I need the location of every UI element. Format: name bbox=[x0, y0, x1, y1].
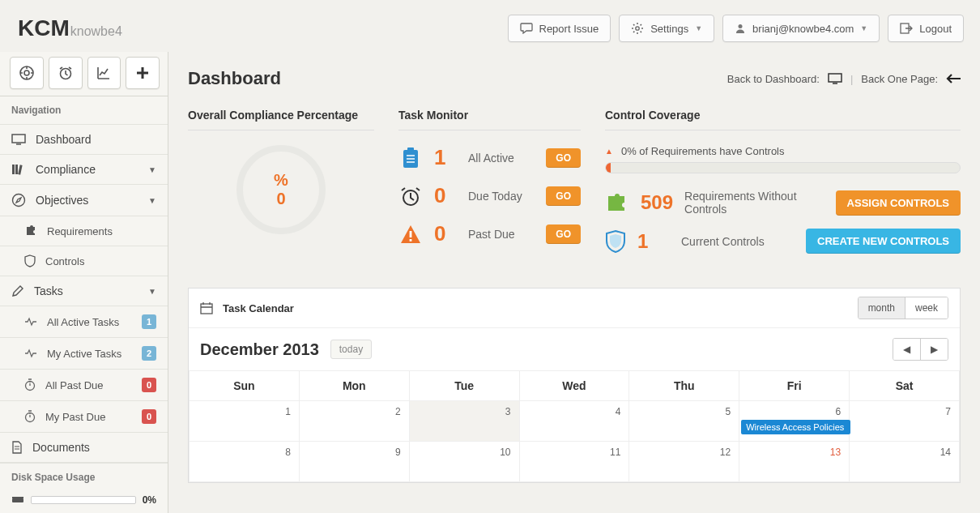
day-header: Sun bbox=[190, 371, 300, 401]
cal-prev-button[interactable]: ◀ bbox=[893, 339, 920, 360]
logo: KCMknowbe4 bbox=[18, 15, 122, 41]
day-header: Thu bbox=[629, 371, 739, 401]
calendar-cell[interactable]: 12 bbox=[629, 442, 739, 482]
calendar-header: Task Calendar month week bbox=[189, 289, 960, 328]
today-button[interactable]: today bbox=[330, 340, 372, 359]
calendar-cell-today[interactable]: 3 bbox=[409, 401, 519, 442]
sidebar-label: Tasks bbox=[34, 284, 63, 297]
user-icon bbox=[735, 23, 746, 34]
quick-chart-button[interactable] bbox=[87, 57, 121, 89]
gauge-value: 0 bbox=[276, 190, 285, 208]
sidebar-item-tasks[interactable]: Tasks ▼ bbox=[0, 276, 168, 306]
page-title: Dashboard bbox=[188, 68, 281, 89]
calendar-cell[interactable]: 9 bbox=[299, 442, 409, 482]
settings-button[interactable]: Settings ▼ bbox=[619, 15, 714, 42]
coverage-top-row: ▲ 0% of Requirements have Controls bbox=[605, 145, 961, 157]
day-header: Tue bbox=[409, 371, 519, 401]
coverage-count: 1 bbox=[637, 230, 670, 253]
task-calendar: Task Calendar month week December 2013 t… bbox=[188, 288, 961, 483]
calendar-cell[interactable]: 8 bbox=[190, 442, 300, 482]
disk-percent: 0% bbox=[143, 494, 156, 506]
day-header: Fri bbox=[739, 371, 850, 401]
task-row-due-today: 0 Due Today GO bbox=[398, 183, 581, 208]
calendar-cell[interactable]: 5 bbox=[629, 401, 739, 442]
caret-down-icon: ▼ bbox=[860, 24, 867, 32]
calendar-cell[interactable]: 14 bbox=[850, 442, 960, 482]
logout-button[interactable]: Logout bbox=[888, 15, 964, 42]
day-number: 2 bbox=[395, 406, 401, 417]
create-controls-button[interactable]: CREATE NEW CONTROLS bbox=[806, 229, 961, 254]
logo-main: KCM bbox=[18, 15, 70, 41]
sidebar-label: Documents bbox=[32, 441, 90, 454]
sidebar-item-objectives[interactable]: Objectives ▼ bbox=[0, 185, 168, 216]
calendar-cell[interactable]: 4 bbox=[519, 401, 629, 442]
coverage-label: Requirements Without Controls bbox=[684, 190, 824, 216]
page-breadcrumb-actions: Back to Dashboard: | Back One Page: bbox=[727, 73, 961, 85]
count-badge: 0 bbox=[142, 409, 156, 424]
calendar-cell[interactable]: 11 bbox=[519, 442, 629, 482]
stopwatch-icon bbox=[24, 378, 36, 391]
quick-target-button[interactable] bbox=[10, 57, 44, 89]
assign-controls-button[interactable]: ASSIGN CONTROLS bbox=[836, 190, 961, 216]
sidebar-sub-my-past[interactable]: My Past Due 0 bbox=[0, 401, 168, 433]
view-month-button[interactable]: month bbox=[859, 297, 905, 318]
count-badge: 2 bbox=[142, 346, 156, 361]
day-number: 9 bbox=[395, 447, 401, 458]
quick-add-button[interactable] bbox=[126, 57, 160, 89]
go-button[interactable]: GO bbox=[546, 224, 581, 244]
calendar-grid: Sun Mon Tue Wed Thu Fri Sat 1 2 3 4 5 6 bbox=[189, 370, 960, 482]
task-count: 0 bbox=[434, 183, 457, 208]
back-dashboard-label: Back to Dashboard: bbox=[727, 73, 820, 85]
sidebar-item-dashboard[interactable]: Dashboard bbox=[0, 125, 168, 155]
card-task-monitor: Task Monitor 1 All Active GO 0 Due Today… bbox=[398, 109, 581, 267]
svg-rect-8 bbox=[15, 165, 18, 174]
sidebar-label: Dashboard bbox=[36, 133, 92, 146]
calendar-cell[interactable]: 6Wireless Access Policies bbox=[739, 401, 850, 442]
calendar-cell[interactable]: 13 bbox=[739, 442, 850, 482]
books-icon bbox=[11, 164, 26, 175]
svg-point-10 bbox=[13, 195, 25, 207]
puzzle-icon bbox=[24, 224, 37, 237]
sidebar-sub-my-active[interactable]: My Active Tasks 2 bbox=[0, 338, 168, 370]
task-row-past-due: 0 Past Due GO bbox=[398, 221, 581, 246]
sidebar-item-documents[interactable]: Documents bbox=[0, 433, 168, 463]
report-issue-button[interactable]: Report Issue bbox=[508, 15, 611, 42]
sidebar-sub-requirements[interactable]: Requirements bbox=[0, 216, 168, 246]
calendar-cell[interactable]: 7 bbox=[850, 401, 960, 442]
chat-icon bbox=[520, 23, 533, 34]
go-button[interactable]: GO bbox=[546, 148, 581, 168]
monitor-icon[interactable] bbox=[828, 73, 842, 84]
sidebar-sub-controls[interactable]: Controls bbox=[0, 246, 168, 276]
sidebar-sub-all-past[interactable]: All Past Due 0 bbox=[0, 370, 168, 401]
arrow-left-icon[interactable] bbox=[946, 74, 961, 83]
cal-next-button[interactable]: ▶ bbox=[920, 339, 948, 360]
calendar-event[interactable]: Wireless Access Policies bbox=[741, 420, 850, 434]
puzzle-icon bbox=[605, 191, 629, 214]
user-menu-button[interactable]: brianj@knowbe4.com ▼ bbox=[722, 15, 880, 42]
header: KCMknowbe4 Report Issue Settings ▼ brian… bbox=[0, 0, 980, 52]
alarm-icon bbox=[398, 184, 423, 208]
day-header: Wed bbox=[519, 371, 629, 401]
count-badge: 1 bbox=[142, 314, 156, 329]
calendar-cell[interactable]: 2 bbox=[299, 401, 409, 442]
view-week-button[interactable]: week bbox=[905, 297, 948, 318]
coverage-row-requirements: 509 Requirements Without Controls ASSIGN… bbox=[605, 190, 961, 216]
sidebar-sub-all-active[interactable]: All Active Tasks 1 bbox=[0, 306, 168, 338]
day-number: 8 bbox=[285, 447, 291, 458]
calendar-cell[interactable]: 1 bbox=[190, 401, 300, 442]
svg-rect-14 bbox=[12, 497, 23, 498]
caret-up-icon: ▲ bbox=[605, 147, 613, 156]
calendar-view-toggle: month week bbox=[858, 297, 948, 319]
go-button[interactable]: GO bbox=[546, 186, 581, 206]
coverage-count: 509 bbox=[641, 191, 673, 214]
quick-clock-button[interactable] bbox=[49, 57, 83, 89]
user-label: brianj@knowbe4.com bbox=[752, 23, 854, 35]
day-header: Sat bbox=[850, 371, 960, 401]
sidebar-label: Objectives bbox=[36, 194, 88, 207]
card-title: Control Coverage bbox=[605, 109, 961, 130]
monitor-icon bbox=[11, 134, 26, 145]
page-header: Dashboard Back to Dashboard: | Back One … bbox=[188, 52, 961, 109]
calendar-cell[interactable]: 10 bbox=[409, 442, 519, 482]
task-count: 0 bbox=[434, 221, 457, 246]
sidebar-item-compliance[interactable]: Compliance ▼ bbox=[0, 155, 168, 185]
